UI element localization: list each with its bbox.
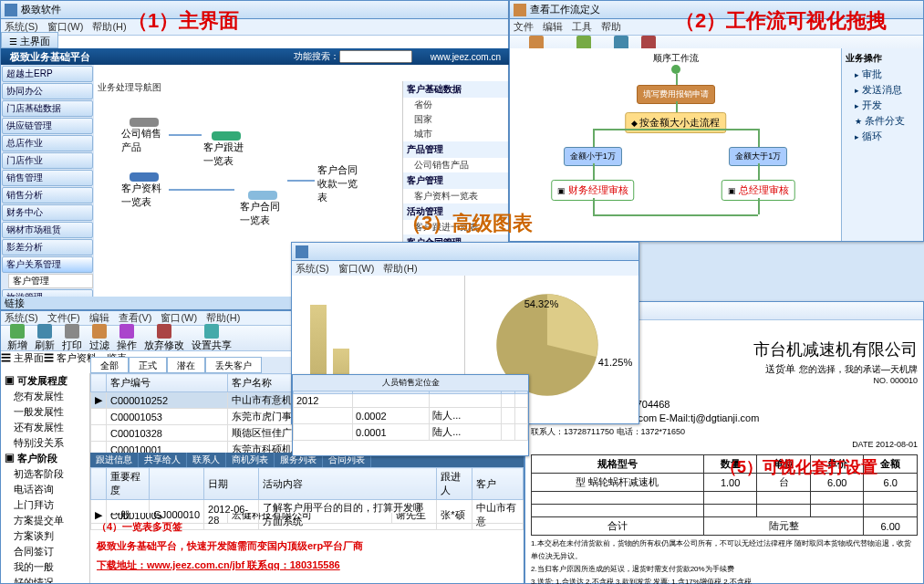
status-link: 链接 [5, 297, 25, 310]
tbtn-print[interactable]: 打印 [59, 324, 85, 352]
table-row[interactable]: 0.0002陆人... [294, 408, 528, 424]
menu-tools[interactable]: 工具 [572, 20, 592, 34]
search-input[interactable] [339, 50, 412, 63]
palette-header: 业务操作 [844, 50, 921, 67]
tree-node[interactable]: 合同签订 [1, 544, 89, 559]
subtab[interactable]: 丢失客户 [205, 357, 262, 373]
btab[interactable]: 共享给人 [139, 453, 187, 467]
palette-item[interactable]: ▸ 审批 [844, 67, 921, 82]
menu-help[interactable]: 帮助(H) [92, 20, 126, 34]
url-text: www.jeez.com.cn [431, 52, 501, 62]
menu-edit[interactable]: 编辑 [543, 20, 563, 34]
sidebar-item[interactable]: 超越土ERP [2, 66, 93, 82]
tbtn-discard[interactable]: 放弃修改 [141, 324, 187, 352]
label-2: （2）工作流可视化拖拽 [675, 7, 887, 35]
workflow-window: 查看工作流定义 文件 编辑 工具 帮助 流程属性 活动属性 保存 关闭 顺序工作… [509, 0, 924, 242]
sidebar-subitem[interactable]: 客户管理 [8, 274, 93, 288]
menu-system[interactable]: 系统(S) [296, 262, 329, 276]
flow-node[interactable]: 客户合同一览表 [240, 191, 286, 227]
menu-help[interactable]: 帮助(H) [206, 311, 240, 325]
sidebar-item[interactable]: 供应链管理 [2, 118, 93, 134]
sidebar-item[interactable]: 门店基础数据 [2, 100, 93, 117]
canvas-title: 顺序工作流 [653, 52, 699, 65]
menu-help[interactable]: 帮助(H) [383, 262, 417, 276]
subtab[interactable]: 潜在 [167, 357, 205, 373]
tree-node[interactable]: 好的情况 [1, 575, 89, 583]
sidebar-item[interactable]: 销售管理 [2, 170, 93, 186]
flow-node[interactable]: 客户合同收款一览表 [317, 163, 363, 200]
table-row[interactable]: 0.0001陆人... [294, 424, 528, 441]
tree: ▣ 可发展程度 您有发展性 一般发展性 还有发展性 特别没关系 ▣ 客户阶段 初… [1, 373, 90, 583]
nav-item[interactable]: 城市 [403, 127, 508, 141]
menu-help[interactable]: 帮助 [601, 20, 621, 34]
nav-item[interactable]: 公司销售产品 [403, 158, 508, 172]
palette-item[interactable]: ▸ 发送消息 [844, 82, 921, 98]
app-icon [5, 4, 17, 16]
tbtn-new[interactable]: 新增 [5, 324, 30, 352]
palette-item[interactable]: ▸ 循环 [844, 129, 921, 144]
flow-node[interactable]: 客户跟进一览表 [203, 131, 249, 168]
tree-group[interactable]: ▣ 可发展程度 [1, 373, 89, 389]
menu-system[interactable]: 系统(S) [5, 311, 38, 325]
menu-edit[interactable]: 编辑 [89, 311, 109, 325]
search-label: 功能搜索： [294, 50, 339, 63]
tbtn-ops[interactable]: 操作 [114, 324, 140, 352]
nav-section[interactable]: 客户基础数据 [403, 81, 508, 98]
tree-group[interactable]: ▣ 客户阶段 [1, 451, 89, 466]
btab[interactable]: 商机列表 [226, 453, 275, 467]
tbtn-share[interactable]: 设置共享 [189, 324, 234, 352]
tbtn-refresh[interactable]: 刷新 [32, 324, 57, 352]
nav-item[interactable]: 省份 [403, 98, 508, 112]
sidebar-item[interactable]: 影差分析 [2, 239, 93, 256]
tree-node[interactable]: 初选客阶段 [1, 466, 89, 482]
menu-view[interactable]: 查看(V) [119, 311, 152, 325]
menu-file[interactable]: 文件(F) [47, 311, 80, 325]
nav-item[interactable]: 国家 [403, 112, 508, 127]
sidebar-item[interactable]: 协同办公 [2, 83, 93, 99]
titlebar[interactable]: 极致软件 [1, 1, 508, 19]
tree-node[interactable]: 特别没关系 [1, 435, 89, 451]
sidebar-item[interactable]: 总店作业 [2, 135, 93, 151]
nav-section[interactable]: 产品管理 [403, 141, 508, 158]
sidebar-item[interactable]: 财务中心 [2, 204, 93, 221]
tree-node[interactable]: 电话咨询 [1, 482, 89, 497]
subtab[interactable]: 全部 [90, 357, 129, 373]
app-icon [514, 4, 526, 16]
workflow-canvas[interactable]: 顺序工作流 填写费用报销申请 ◆ 按金额大小走流程 金额小于1万 金额大于1万 … [510, 48, 841, 241]
canvas-title: 业务处理导航图 [98, 81, 161, 94]
subtab[interactable]: 正式 [129, 357, 167, 373]
flow-node[interactable]: 公司销售产品 [121, 118, 167, 154]
palette-item[interactable]: ▸ 开发 [844, 98, 921, 113]
tree-node[interactable]: 还有发展性 [1, 420, 89, 435]
menu-window[interactable]: 窗口(W) [161, 311, 197, 325]
pie-label: 54.32% [524, 298, 559, 309]
btab[interactable]: 联系人 [187, 453, 226, 467]
tree-node[interactable]: 上门拜访 [1, 497, 89, 513]
sidebar-item[interactable]: 销售分析 [2, 187, 93, 203]
panel-title: 人员销售定位金 [293, 375, 528, 391]
flow-node[interactable]: 客户资料一览表 [121, 172, 167, 209]
doc-subtitle: 送货单 [765, 363, 795, 374]
sidebar-item-active[interactable]: 客户关系管理 [2, 256, 93, 273]
app-title: 极致软件 [21, 3, 61, 16]
nav-section[interactable]: 客户管理 [403, 172, 508, 189]
col-header[interactable]: 客户编号 [107, 374, 228, 392]
tree-node[interactable]: 方案谈判 [1, 528, 89, 544]
tree-node[interactable]: 一般发展性 [1, 404, 89, 420]
tab[interactable]: ☰ 主界面 [1, 351, 44, 366]
tab-main[interactable]: ☰ 主界面 [1, 32, 58, 48]
btab[interactable]: 跟进信息 [90, 453, 139, 467]
menubar: 系统(S) 窗口(W) 帮助(H) [1, 19, 508, 36]
menu-file[interactable]: 文件 [514, 20, 534, 34]
tree-node[interactable]: 我的一般 [1, 559, 89, 575]
menu-window[interactable]: 窗口(W) [338, 262, 375, 276]
titlebar[interactable] [292, 243, 638, 261]
palette-item[interactable]: ★ 条件分支 [844, 113, 921, 129]
sidebar-item[interactable]: 钢材市场租赁 [2, 222, 93, 238]
sidebar-item[interactable]: 门店作业 [2, 152, 93, 169]
nav-item[interactable]: 客户资料一览表 [403, 189, 508, 203]
table-row[interactable]: 2012 [294, 394, 528, 408]
tree-node[interactable]: 方案提交单 [1, 513, 89, 528]
tree-node[interactable]: 您有发展性 [1, 389, 89, 404]
tbtn-filter[interactable]: 过滤 [87, 324, 112, 352]
